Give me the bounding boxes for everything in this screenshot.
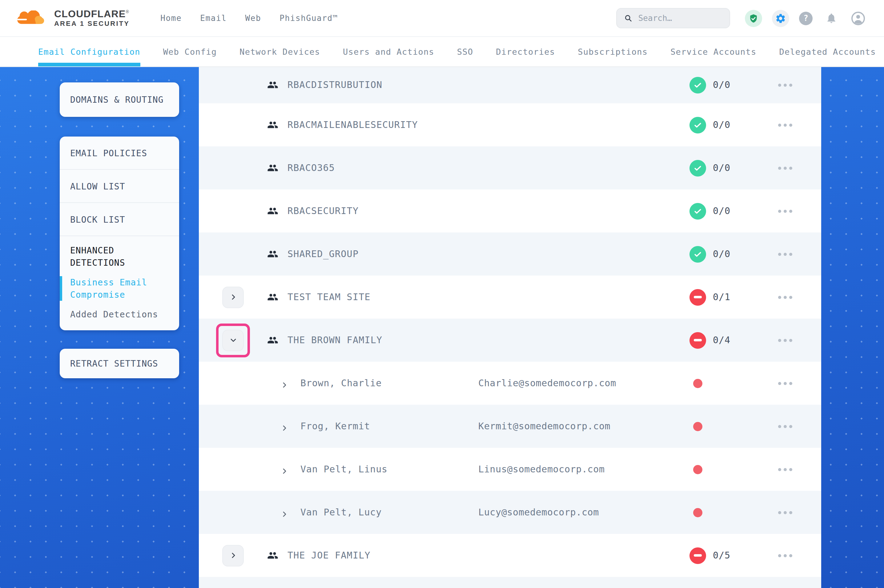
row-actions-menu[interactable] [778, 123, 792, 126]
group-name: THE BROWN FAMILY [287, 334, 382, 346]
row-actions-menu[interactable] [778, 252, 792, 255]
expand-group-button[interactable] [222, 544, 244, 566]
tab-email-configuration[interactable]: Email Configuration [38, 37, 140, 66]
group-people-icon [267, 206, 278, 216]
row-actions-menu[interactable] [778, 339, 792, 342]
group-people-icon [267, 249, 278, 260]
sidebar-item-domains-routing[interactable]: DOMAINS & ROUTING [60, 82, 179, 117]
status-badge: 0/0 [690, 76, 731, 93]
group-name: RBACO365 [287, 162, 335, 174]
row-actions-menu[interactable] [778, 166, 792, 170]
cloudflare-logo[interactable]: CLOUDFLARE® AREA 1 SECURITY [15, 9, 129, 28]
chevron-right-icon[interactable] [281, 466, 288, 473]
chevron-right-icon[interactable] [281, 508, 288, 516]
sidebar-item-added-detections[interactable]: Added Detections [70, 308, 169, 321]
primary-nav-item-phishguard[interactable]: PhishGuard™ [280, 14, 338, 23]
collapse-group-button[interactable] [222, 329, 244, 351]
row-actions-menu[interactable] [778, 511, 792, 514]
group-people-icon [267, 334, 278, 346]
group-people-icon [267, 162, 278, 174]
search-icon [624, 14, 632, 23]
primary-nav: HomeEmailWebPhishGuard™ [160, 14, 338, 23]
check-circle-icon [690, 117, 706, 133]
tab-web-config[interactable]: Web Config [163, 37, 217, 66]
group-people-icon [267, 119, 278, 130]
group-row: RBACMAILENABLESECURITY0/0 [199, 104, 821, 146]
chevron-right-icon[interactable] [281, 380, 288, 387]
chevron-right-icon [229, 293, 237, 301]
primary-nav-item-email[interactable]: Email [200, 14, 227, 23]
sidebar-item-business-email-compromise[interactable]: Business Email Compromise [60, 276, 169, 301]
row-actions-menu[interactable] [778, 83, 792, 86]
row-actions-menu[interactable] [778, 209, 792, 213]
tab-sso[interactable]: SSO [457, 37, 473, 66]
member-status-dot [693, 379, 702, 388]
member-count: 0/0 [713, 249, 731, 260]
status-badge: 0/0 [690, 117, 731, 133]
group-name: THE JOE FAMILY [287, 550, 371, 561]
row-actions-menu[interactable] [778, 468, 792, 471]
primary-nav-item-web[interactable]: Web [245, 14, 261, 23]
account-icon[interactable] [849, 9, 867, 27]
member-status-dot [693, 465, 702, 474]
partial-next-row [199, 577, 821, 588]
tab-subscriptions[interactable]: Subscriptions [578, 37, 648, 66]
member-count: 0/1 [713, 291, 731, 303]
status-badge: 0/0 [690, 160, 731, 176]
group-people-icon [267, 550, 278, 561]
member-status-dot [693, 508, 702, 517]
minus-circle-icon [690, 289, 706, 305]
shield-check-icon[interactable] [745, 9, 762, 27]
group-people-icon [267, 80, 278, 90]
member-name: Brown, Charlie [301, 378, 382, 389]
group-name: RBACMAILENABLESECURITY [287, 119, 418, 130]
tab-directories[interactable]: Directories [496, 37, 555, 66]
member-count: 0/5 [713, 550, 731, 561]
help-icon[interactable]: ? [799, 11, 813, 25]
brand-subtitle: AREA 1 SECURITY [54, 20, 129, 28]
row-actions-menu[interactable] [778, 554, 792, 557]
status-badge: 0/0 [690, 246, 731, 262]
directory-list-panel: RBACDISTRUBUTION0/0RBACMAILENABLESECURIT… [199, 66, 821, 588]
search-box[interactable] [616, 8, 730, 28]
member-count: 0/0 [713, 162, 731, 174]
member-count: 0/4 [713, 334, 731, 346]
sidebar-item-email-policies[interactable]: EMAIL POLICIES [60, 136, 179, 170]
row-actions-menu[interactable] [778, 425, 792, 428]
expand-group-button[interactable] [222, 286, 244, 308]
tab-delegated-accounts[interactable]: Delegated Accounts [779, 37, 876, 66]
content-area: DOMAINS & ROUTING EMAIL POLICIESALLOW LI… [0, 66, 884, 588]
row-actions-menu[interactable] [778, 382, 792, 385]
brand-mark: ® [126, 9, 129, 14]
section-tabbar: Email ConfigurationWeb ConfigNetwork Dev… [0, 37, 884, 66]
member-count: 0/0 [713, 80, 731, 90]
sidebar-item-retract-settings[interactable]: RETRACT SETTINGS [60, 349, 179, 378]
search-input[interactable] [638, 14, 722, 23]
group-people-icon [267, 291, 278, 303]
group-name: SHARED_GROUP [287, 249, 359, 260]
row-actions-menu[interactable] [778, 296, 792, 298]
sidebar-item-block-list[interactable]: BLOCK LIST [60, 203, 179, 236]
chevron-right-icon[interactable] [281, 423, 288, 430]
member-email: Linus@somedemocorp.com [478, 464, 605, 475]
member-name: Frog, Kermit [301, 421, 370, 432]
primary-nav-item-home[interactable]: Home [160, 14, 182, 23]
notifications-bell-icon[interactable] [822, 9, 840, 27]
chevron-right-icon [229, 552, 237, 559]
member-count: 0/0 [713, 206, 731, 216]
settings-gear-icon[interactable] [772, 9, 789, 27]
check-circle-icon [690, 202, 706, 219]
member-row: Frog, KermitKermit@somedemocorp.com [199, 405, 821, 448]
highlight-annotation-box [216, 323, 250, 357]
group-name: RBACSECURITY [287, 206, 359, 216]
status-badge: 0/5 [690, 547, 731, 564]
enhanced-detections-title: ENHANCED DETECTIONS [70, 244, 169, 269]
group-row: RBACDISTRUBUTION0/0 [199, 66, 821, 104]
top-header: CLOUDFLARE® AREA 1 SECURITY HomeEmailWeb… [0, 0, 884, 37]
member-count: 0/0 [713, 119, 731, 130]
member-email: Charlie@somedemocorp.com [478, 378, 616, 389]
tab-service-accounts[interactable]: Service Accounts [671, 37, 756, 66]
sidebar-item-allow-list[interactable]: ALLOW LIST [60, 170, 179, 203]
tab-users-and-actions[interactable]: Users and Actions [343, 37, 434, 66]
tab-network-devices[interactable]: Network Devices [239, 37, 320, 66]
